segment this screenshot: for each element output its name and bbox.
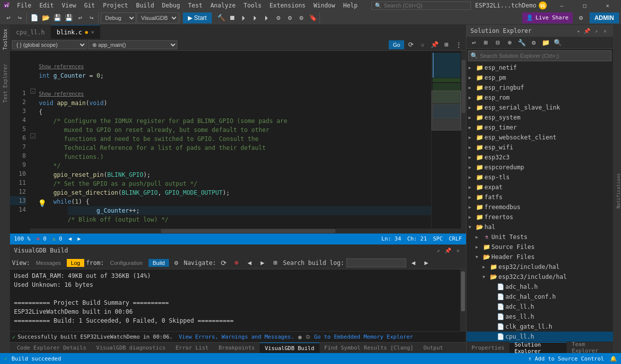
se-tool-8[interactable]: 🔍 xyxy=(552,37,563,48)
tree-item-header-files[interactable]: ▼ 📂 Header Files xyxy=(466,252,613,262)
menu-help[interactable]: Help xyxy=(339,1,361,10)
menu-file[interactable]: File xyxy=(13,1,35,10)
menu-project[interactable]: Project xyxy=(99,1,132,10)
tab-find-symbol[interactable]: Find Symbol Results [Clang] xyxy=(319,343,419,354)
tree-item-esp-serial[interactable]: ▶ 📁 esp_serial_slave_link xyxy=(466,103,613,113)
fold-marker-2[interactable]: - xyxy=(30,133,35,138)
build-nav-next[interactable]: ▶ xyxy=(257,257,268,268)
close-button[interactable]: ✕ xyxy=(596,0,619,11)
build-tab-configuration[interactable]: Configuration xyxy=(106,259,147,267)
tree-item-clk-gate[interactable]: ▶ 📄 clk_gate_ll.h xyxy=(466,322,613,332)
maximize-button[interactable]: □ xyxy=(573,0,596,11)
tree-item-esp-tls[interactable]: ▶ 📁 esp-tls xyxy=(466,172,613,182)
scope-left-select[interactable]: { } (global scope) xyxy=(12,40,87,49)
build-filter-btn[interactable]: ⚙ xyxy=(171,257,182,268)
menu-build[interactable]: Build xyxy=(132,1,158,10)
toolbar-forward[interactable]: ↪ xyxy=(14,12,25,23)
menu-analyze[interactable]: Analyze xyxy=(206,1,240,10)
admin-button[interactable]: ADMIN xyxy=(590,12,619,23)
build-scroll-thumb[interactable] xyxy=(461,271,465,311)
nav-forward[interactable]: ▶ xyxy=(78,236,81,242)
se-tool-3[interactable]: ⊟ xyxy=(492,37,503,48)
toolbar-more2[interactable]: ⚙ xyxy=(285,12,296,23)
toolbar-back[interactable]: ↩ xyxy=(3,12,14,23)
platform-select[interactable]: VisualGDB xyxy=(137,12,178,23)
tree-item-adc-hal[interactable]: ▶ 📄 adc_hal.h xyxy=(466,282,613,292)
build-panel-float[interactable]: ↗ xyxy=(434,246,442,254)
toolbar-settings[interactable]: ⚙ xyxy=(576,12,587,23)
notifications-label[interactable]: Notifications xyxy=(616,173,621,208)
se-tool-7[interactable]: 📁 xyxy=(540,37,551,48)
scrollbar-v-thumb[interactable] xyxy=(462,60,466,113)
build-search-prev[interactable]: ◀ xyxy=(408,257,419,268)
build-nav-prev[interactable]: ◀ xyxy=(244,257,255,268)
toolbar-stop[interactable]: ⏹ xyxy=(227,12,238,23)
menu-view[interactable]: View xyxy=(58,1,80,10)
go-button[interactable]: Go xyxy=(389,40,404,49)
sidebar-test-explorer[interactable]: Test Explorer xyxy=(1,62,9,105)
menu-window[interactable]: Window xyxy=(310,1,339,10)
tree-item-cpu-ll[interactable]: ▶ 📄 cpu_ll.h xyxy=(466,332,613,342)
toolbar-save-all[interactable]: 💾 xyxy=(63,12,74,23)
tree-item-source-files[interactable]: ▶ 📁 Source Files xyxy=(466,242,613,252)
build-panel-close[interactable]: ✕ xyxy=(454,246,462,254)
toolbar-redo[interactable]: ↪ xyxy=(86,12,97,23)
horizontal-scrollbar[interactable] xyxy=(30,229,466,234)
menu-test[interactable]: Test xyxy=(184,1,206,10)
build-tab-build[interactable]: Build xyxy=(149,259,168,267)
scope-more-btn[interactable]: ⋮ xyxy=(453,39,464,50)
tab-output[interactable]: Output xyxy=(418,343,448,354)
view-errors-link[interactable]: View Errors, Warnings and Messages. xyxy=(179,334,295,340)
build-tab-log[interactable]: Log xyxy=(67,259,84,267)
bell-icon[interactable]: 🔔 xyxy=(610,356,617,362)
menu-extensions[interactable]: Extensions xyxy=(266,1,310,10)
tree-item-esp32-include[interactable]: ▶ 📁 esp32/include/hal xyxy=(466,262,613,272)
toolbar-bookmark[interactable]: 🔖 xyxy=(308,12,318,23)
toolbar-more3[interactable]: ⚙ xyxy=(296,12,307,23)
tab-code-explorer[interactable]: Code Explorer Details xyxy=(12,343,91,354)
se-tool-6[interactable]: ⚙ xyxy=(528,37,539,48)
scope-split-btn[interactable]: ⊞ xyxy=(441,39,452,50)
live-share-button[interactable]: 👤 Live Share xyxy=(522,12,572,23)
toolbar-new[interactable]: 📄 xyxy=(29,12,40,23)
tree-item-adc-hal-conf[interactable]: ▶ 📄 adc_hal_conf.h xyxy=(466,292,613,302)
toolbar-save[interactable]: 💾 xyxy=(52,12,63,23)
tree-item-hal[interactable]: ▼ 📂 hal xyxy=(466,222,613,232)
scope-fwd-btn[interactable]: ☆ xyxy=(417,39,428,50)
menu-tools[interactable]: Tools xyxy=(240,1,266,10)
scope-back-btn[interactable]: ⟳ xyxy=(405,39,416,50)
se-expand-btn[interactable]: ↗ xyxy=(592,27,600,35)
tree-item-expat[interactable]: ▶ 📁 expat xyxy=(466,182,613,192)
tree-item-esp-system[interactable]: ▶ 📁 esp_system xyxy=(466,113,613,122)
tree-item-aes-ll[interactable]: ▶ 📄 aes_ll.h xyxy=(466,312,613,322)
build-vscroll[interactable] xyxy=(460,269,466,331)
tree-item-esp-timer[interactable]: ▶ 📁 esp_timer xyxy=(466,122,613,132)
toolbar-more1[interactable]: ⚙ xyxy=(273,12,284,23)
toolbar-undo[interactable]: ↩ xyxy=(75,12,86,23)
toolbar-step2[interactable]: ⏵ xyxy=(250,12,261,23)
solution-search[interactable]: 🔍 xyxy=(468,50,612,61)
tab-visualgdb-build[interactable]: VisualGDB Build xyxy=(260,343,319,354)
fold-marker-1[interactable]: - xyxy=(30,89,35,94)
build-search-next[interactable]: ▶ xyxy=(421,257,432,268)
menu-debug[interactable]: Debug xyxy=(158,1,184,10)
tree-item-espcoredump[interactable]: ▶ 📁 espcoredump xyxy=(466,162,613,172)
tree-item-fatfs[interactable]: ▶ 📁 fatfs xyxy=(466,192,613,202)
se-close-btn[interactable]: ✕ xyxy=(601,27,609,35)
scrollbar-h-thumb[interactable] xyxy=(161,229,335,233)
vertical-scrollbar[interactable] xyxy=(461,51,466,229)
sol-tab-solution-explorer[interactable]: Solution Explorer xyxy=(509,342,567,353)
sol-tab-properties[interactable]: Properties xyxy=(466,342,509,353)
scope-right-select[interactable]: ⊕ app_main() xyxy=(88,40,177,49)
global-search-box[interactable]: 🔍 xyxy=(371,1,471,10)
quick-action-bulb[interactable]: 💡 xyxy=(38,199,46,207)
show-refs-2[interactable]: Show references xyxy=(39,91,84,97)
tab-error-list[interactable]: Error List xyxy=(170,343,213,354)
build-search-input[interactable] xyxy=(346,258,406,267)
se-tool-2[interactable]: ⊞ xyxy=(480,37,491,48)
se-tool-1[interactable]: ↩ xyxy=(468,37,479,48)
build-panel-pin[interactable]: 📌 xyxy=(444,246,452,254)
nav-back[interactable]: ◀ xyxy=(68,236,72,242)
tree-item-freertos[interactable]: ▶ 📁 freertos xyxy=(466,212,613,222)
debug-config-select[interactable]: Debug Release xyxy=(101,12,136,23)
